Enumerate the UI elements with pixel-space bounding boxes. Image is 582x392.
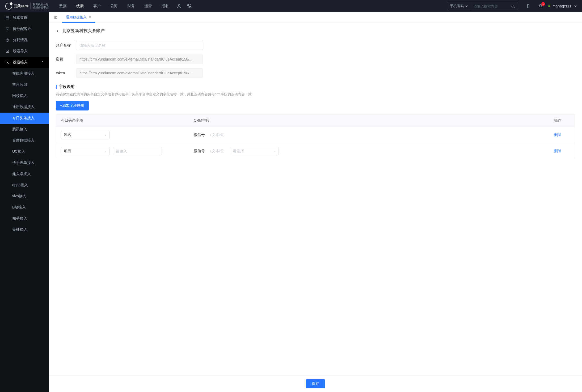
crm-field-type: （文本框） xyxy=(208,149,227,154)
sidebar-sub-item[interactable]: 美柚接入 xyxy=(0,224,49,235)
integration-icon xyxy=(5,60,10,65)
sidebar-item[interactable]: 待分配客户 xyxy=(0,23,49,35)
phone-icon[interactable] xyxy=(187,4,192,8)
sidebar-item[interactable]: 分配情况 xyxy=(0,35,49,46)
section-bar-icon xyxy=(56,85,57,89)
table-row: 姓名⌄微信号（文本框）删除 xyxy=(56,127,575,143)
token-label: token xyxy=(56,71,76,75)
sidebar-sub-item[interactable]: 腾讯接入 xyxy=(0,124,49,135)
secret-label: 密钥 xyxy=(56,57,76,62)
th-crm: CRM字段 xyxy=(194,118,554,123)
toutiao-field-select[interactable]: 姓名⌄ xyxy=(61,131,110,139)
status-dot-icon xyxy=(548,5,550,7)
tab-label: 通用数据接入 xyxy=(66,15,87,20)
sidebar-label: 线索查询 xyxy=(13,15,44,20)
tab-close-icon[interactable]: ✕ xyxy=(89,15,91,19)
topnav-item[interactable]: 客户 xyxy=(93,4,101,8)
delete-link[interactable]: 删除 xyxy=(554,149,562,153)
topnav-item[interactable]: 财务 xyxy=(127,4,135,8)
search-input[interactable] xyxy=(471,4,508,8)
svg-point-5 xyxy=(6,61,7,62)
sidebar-sub-item[interactable]: 快手表单接入 xyxy=(0,157,49,168)
chevron-down-icon xyxy=(574,5,577,7)
sidebar-sub-item[interactable]: B站接入 xyxy=(0,202,49,213)
secret-input[interactable] xyxy=(76,54,203,64)
content: 北京昱新科技头条账户 账户名称 密钥 token 字段映射 请确保您在此填写的头… xyxy=(49,23,582,392)
mobile-icon[interactable] xyxy=(526,4,531,8)
chevron-down-icon: ⌄ xyxy=(273,150,276,153)
table-header: 今日头条字段 CRM字段 操作 xyxy=(56,114,575,127)
table-row: 项目⌄微信号（文本框）请选择⌄删除 xyxy=(56,143,575,159)
sidebar-group[interactable]: 线索接入⌃ xyxy=(0,57,49,68)
search-box: 手机号码 xyxy=(447,2,518,10)
topnav-item[interactable]: 公海 xyxy=(110,4,118,8)
account-name-input[interactable] xyxy=(76,41,203,50)
token-input[interactable] xyxy=(76,68,203,78)
svg-point-1 xyxy=(512,5,514,7)
topnav-item[interactable]: 线索 xyxy=(76,4,84,8)
search-button[interactable] xyxy=(508,2,518,10)
tabbar: 通用数据接入 ✕ xyxy=(49,12,582,23)
bell-icon[interactable]: 5 xyxy=(538,4,543,8)
logo-mark-icon xyxy=(5,3,12,10)
page-title: 北京昱新科技头条账户 xyxy=(62,28,105,34)
tab-active[interactable]: 通用数据接入 ✕ xyxy=(62,12,95,23)
sidebar: 线索查询待分配客户分配情况线索导入线索接入⌃在线客服接入留言分组网校接入通用数据… xyxy=(0,12,49,392)
mapping-table: 今日头条字段 CRM字段 操作 姓名⌄微信号（文本框）删除项目⌄微信号（文本框）… xyxy=(56,114,575,159)
add-mapping-button[interactable]: +添加字段映射 xyxy=(56,101,89,110)
menu-fold-icon xyxy=(54,15,58,20)
toutiao-value-input[interactable] xyxy=(113,147,162,155)
th-action: 操作 xyxy=(554,118,570,123)
section-title: 字段映射 xyxy=(56,84,575,89)
chevron-up-icon: ⌃ xyxy=(41,61,44,64)
collapse-sidebar-button[interactable] xyxy=(52,14,60,21)
topbar-right-icons: 5 xyxy=(526,4,543,8)
svg-rect-2 xyxy=(528,4,529,8)
sidebar-sub-item[interactable]: 今日头条接入 xyxy=(0,113,49,124)
sidebar-sub-item[interactable]: 通用数据接入 xyxy=(0,101,49,113)
back-button[interactable] xyxy=(56,29,60,33)
sidebar-label: 线索导入 xyxy=(13,49,44,54)
top-nav: 数据线索客户公海财务运营报名 xyxy=(59,4,169,8)
sidebar-sub-item[interactable]: oppo接入 xyxy=(0,180,49,191)
sidebar-sub-item[interactable]: UC接入 xyxy=(0,146,49,157)
delete-link[interactable]: 删除 xyxy=(554,133,562,137)
sidebar-sub-item[interactable]: 趣头条接入 xyxy=(0,168,49,180)
page-header: 北京昱新科技头条账户 xyxy=(56,28,575,34)
chevron-left-icon xyxy=(56,29,60,33)
top-nav-icons xyxy=(177,4,192,8)
svg-point-6 xyxy=(8,63,9,64)
topnav-item[interactable]: 运营 xyxy=(144,4,152,8)
topbar: 云朵CRM 教育机构一站 式服务云平台 数据线索客户公海财务运营报名 手机号码 … xyxy=(0,0,582,12)
th-toutiao: 今日头条字段 xyxy=(61,118,194,123)
sidebar-icon xyxy=(5,16,10,20)
crm-value-select[interactable]: 请选择⌄ xyxy=(230,147,279,155)
user-menu[interactable]: manager11 xyxy=(548,4,577,8)
sidebar-sub-item[interactable]: 在线客服接入 xyxy=(0,68,49,79)
sidebar-sub-item[interactable]: vivo接入 xyxy=(0,191,49,202)
crm-field-type: （文本框） xyxy=(208,133,227,137)
username: manager11 xyxy=(553,4,571,8)
sidebar-icon xyxy=(5,38,10,42)
search-icon xyxy=(511,4,515,8)
toutiao-field-select[interactable]: 项目⌄ xyxy=(61,147,110,155)
crm-field-label: 微信号 xyxy=(194,133,205,137)
account-label: 账户名称 xyxy=(56,43,76,48)
search-type-select[interactable]: 手机号码 xyxy=(447,2,471,10)
sidebar-sub-item[interactable]: 留言分组 xyxy=(0,79,49,90)
sidebar-sub-item[interactable]: 百度数据接入 xyxy=(0,135,49,146)
sidebar-sub-item[interactable]: 知乎接入 xyxy=(0,213,49,224)
svg-rect-3 xyxy=(6,16,9,19)
topnav-item[interactable]: 报名 xyxy=(161,4,169,8)
topnav-item[interactable]: 数据 xyxy=(59,4,67,8)
sidebar-item[interactable]: 线索导入 xyxy=(0,46,49,57)
main-panel: 通用数据接入 ✕ 北京昱新科技头条账户 账户名称 密钥 token xyxy=(49,12,582,392)
chevron-down-icon xyxy=(465,5,468,7)
sidebar-sub-item[interactable]: 网校接入 xyxy=(0,90,49,101)
agent-icon[interactable] xyxy=(177,4,182,8)
chevron-down-icon: ⌄ xyxy=(104,133,107,137)
sidebar-item[interactable]: 线索查询 xyxy=(0,12,49,23)
chevron-down-icon: ⌄ xyxy=(104,150,107,153)
footer: 保存 xyxy=(49,375,582,392)
save-button[interactable]: 保存 xyxy=(306,379,325,388)
